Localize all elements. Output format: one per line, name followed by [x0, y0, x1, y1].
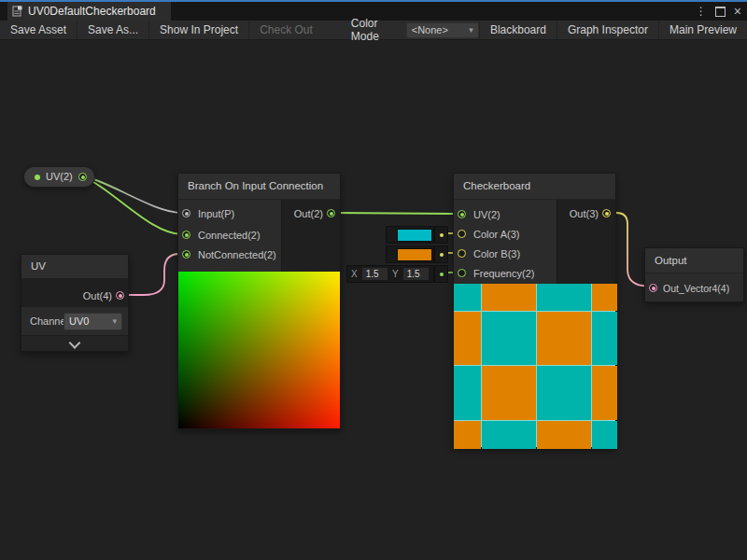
color-a-connector — [434, 226, 448, 244]
edge-branch-to-checkerboard[interactable] — [333, 213, 453, 214]
port-label-cb-out: Out(3) — [570, 207, 599, 220]
output-node-title: Output — [645, 248, 743, 273]
shader-graph-window: UV(2) Branch On Input Connection Input(P… — [0, 0, 747, 560]
port-label-output-vector4: Out_Vector4(4) — [663, 282, 729, 295]
window-close-icon[interactable]: × — [734, 2, 741, 21]
chevron-down-icon — [69, 337, 81, 349]
port-label-branch-out: Out(2) — [294, 207, 323, 220]
tab-uv0defaultcheckerboard[interactable]: UV0DefaultCheckerboard — [7, 2, 171, 21]
checker-cell — [592, 312, 617, 365]
port-label-cb-color-b: Color B(3) — [473, 247, 520, 260]
port-cb-color-a[interactable] — [458, 230, 466, 238]
port-branch-out[interactable] — [327, 209, 335, 217]
edge-uvnode-to-notconnected[interactable] — [121, 254, 183, 295]
port-label-cb-color-a: Color A(3) — [473, 228, 520, 241]
channel-dropdown-value: UV0 — [69, 315, 89, 327]
toolbar: Save Asset Save As... Show In Project Ch… — [0, 21, 747, 40]
color-mode-label: Color Mode — [351, 17, 406, 43]
checker-cell — [592, 284, 617, 311]
save-as-button[interactable]: Save As... — [78, 21, 149, 39]
graph-inspector-button[interactable]: Graph Inspector — [557, 21, 658, 39]
window-maximize-icon[interactable] — [715, 7, 726, 17]
branch-preview-gradient — [178, 272, 340, 428]
color-mode-value: <None> — [412, 24, 448, 35]
port-cb-color-b[interactable] — [458, 249, 466, 258]
window-menu-icon[interactable]: ⋮ — [696, 2, 707, 21]
checkerboard-node[interactable]: Checkerboard UV(2) Color A(3) Color B(3)… — [453, 173, 616, 448]
port-label-input-p: Input(P) — [198, 207, 234, 220]
frequency-connector — [434, 265, 448, 283]
freq-y-input[interactable]: 1.5 — [402, 267, 430, 281]
uv-node[interactable]: UV Out(4) Channe UV0 ▾ — [21, 254, 129, 352]
edge-uvpill-to-input[interactable] — [81, 175, 182, 213]
blackboard-button[interactable]: Blackboard — [479, 21, 557, 39]
checkerboard-node-title: Checkerboard — [454, 174, 615, 200]
color-a-swatch[interactable] — [397, 229, 432, 242]
type-dot-icon — [35, 175, 40, 180]
uv-node-title: UV — [21, 255, 128, 279]
port-branch-connected[interactable] — [182, 231, 190, 239]
checker-cell — [537, 366, 591, 420]
branch-node[interactable]: Branch On Input Connection Input(P) Conn… — [177, 173, 341, 429]
port-branch-notconnected[interactable] — [182, 250, 190, 259]
port-label-connected: Connected(2) — [198, 229, 261, 242]
chevron-down-icon: ▾ — [112, 314, 117, 329]
checker-cell — [482, 284, 536, 311]
port-cb-frequency[interactable] — [458, 269, 466, 277]
checker-cell — [482, 366, 536, 420]
checker-cell — [454, 312, 481, 365]
color-mode-dropdown[interactable]: <None> ▾ — [406, 22, 479, 38]
color-b-field[interactable] — [386, 245, 434, 263]
uv2-pill-node[interactable]: UV(2) — [23, 166, 95, 188]
edge-uvpill-to-connected[interactable] — [81, 176, 182, 234]
checker-cell — [482, 312, 536, 365]
color-b-swatch[interactable] — [397, 248, 432, 261]
checker-cell — [454, 284, 481, 311]
port-output-vector4[interactable] — [649, 284, 657, 292]
checker-cell — [537, 284, 591, 311]
port-cb-uv[interactable] — [458, 210, 466, 218]
port-cb-out[interactable] — [602, 209, 611, 217]
port-branch-input-p[interactable] — [182, 209, 190, 217]
checker-cell — [454, 421, 481, 449]
color-b-connector — [434, 245, 448, 263]
freq-y-label: Y — [392, 269, 399, 279]
channel-dropdown[interactable]: UV0 ▾ — [63, 313, 122, 330]
freq-x-label: X — [351, 269, 358, 279]
checker-cell — [592, 366, 617, 420]
frequency-field: X 1.5 Y 1.5 — [346, 265, 434, 283]
port-label-uv-out4: Out(4) — [83, 289, 112, 302]
checker-cell — [482, 421, 536, 449]
shader-graph-icon — [12, 6, 23, 18]
connector-dot-icon — [440, 273, 444, 276]
port-uv-out4[interactable] — [116, 291, 124, 300]
port-label-cb-frequency: Frequency(2) — [473, 267, 534, 280]
checker-cell — [537, 312, 591, 365]
connector-dot-icon — [440, 233, 444, 237]
checkerboard-preview — [454, 284, 615, 447]
show-in-project-button[interactable]: Show In Project — [149, 21, 249, 39]
connector-dot-icon — [440, 253, 444, 257]
checker-cell — [537, 421, 591, 449]
check-out-button: Check Out — [249, 21, 323, 39]
main-preview-button[interactable]: Main Preview — [658, 21, 747, 39]
chevron-down-icon: ▾ — [469, 25, 473, 35]
collapse-preview-bar[interactable] — [21, 335, 128, 351]
channel-label: Channe — [30, 315, 66, 327]
save-asset-button[interactable]: Save Asset — [0, 21, 78, 39]
checker-cell — [454, 366, 481, 420]
checker-cell — [592, 421, 617, 449]
uv2-pill-label: UV(2) — [46, 171, 73, 182]
freq-x-input[interactable]: 1.5 — [361, 267, 388, 281]
color-a-field[interactable] — [386, 226, 434, 244]
port-label-notconnected: NotConnected(2) — [198, 248, 276, 261]
branch-node-title: Branch On Input Connection — [178, 174, 340, 200]
tab-title: UV0DefaultCheckerboard — [28, 5, 156, 18]
port-label-cb-uv: UV(2) — [473, 208, 500, 221]
port-uvpill-out[interactable] — [78, 173, 87, 181]
output-node[interactable]: Output Out_Vector4(4) — [644, 247, 744, 302]
